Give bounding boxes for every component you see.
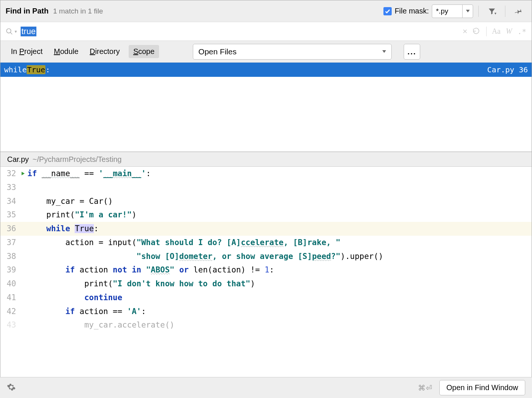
run-gutter <box>18 181 27 195</box>
run-gutter <box>18 263 27 277</box>
code-line: 38 "show [O]dometer, or show average [S]… <box>0 250 532 263</box>
code-line: 40 print("I don't know how to do that") <box>0 277 532 291</box>
run-icon <box>20 171 26 176</box>
scope-dropdown-value: Open Files <box>198 47 382 56</box>
line-number: 39 <box>0 263 18 277</box>
tab-in-project[interactable]: In Project <box>9 46 45 57</box>
dialog-header: Find in Path 1 match in 1 file File mask… <box>0 0 532 22</box>
result-match: True <box>27 65 45 74</box>
tab-directory[interactable]: Directory <box>87 46 122 57</box>
code-line: 37 action = input("What should I do? [A]… <box>0 236 532 250</box>
scope-bar: In Project Module Directory Scope Open F… <box>0 41 532 63</box>
tab-module[interactable]: Module <box>52 46 81 57</box>
regex-toggle[interactable]: .* <box>517 27 526 36</box>
code-content: continue <box>27 291 122 305</box>
line-number: 41 <box>0 291 18 305</box>
filemask-label: File mask: <box>395 7 429 15</box>
code-line: 32if __name__ == '__main__': <box>0 167 532 181</box>
open-in-find-window-button[interactable]: Open in Find Window <box>439 380 525 395</box>
line-number: 42 <box>0 305 18 319</box>
line-number: 36 <box>0 222 18 236</box>
shortcut-hint: ⌘⏎ <box>418 383 433 392</box>
scope-dropdown[interactable]: Open Files <box>193 44 392 60</box>
line-number: 40 <box>0 277 18 291</box>
run-gutter <box>18 195 27 208</box>
gear-icon[interactable] <box>7 383 16 393</box>
code-line: 41 continue <box>0 291 532 305</box>
words-toggle[interactable]: W <box>506 27 512 36</box>
run-gutter[interactable] <box>18 167 27 181</box>
tab-scope[interactable]: Scope <box>129 45 159 58</box>
line-number: 37 <box>0 236 18 250</box>
filter-icon[interactable]: ▾ <box>487 6 497 16</box>
preview-path: ~/PycharmProjects/Testing <box>33 155 122 164</box>
code-preview[interactable]: 32if __name__ == '__main__':3334 my_car … <box>0 167 532 330</box>
run-gutter <box>18 291 27 305</box>
code-line: 39 if action not in "ABOS" or len(action… <box>0 263 532 277</box>
line-number: 38 <box>0 250 18 263</box>
run-gutter <box>18 277 27 291</box>
code-line: 33 <box>0 181 532 195</box>
preview-file: Car.py <box>7 155 29 164</box>
line-number: 32 <box>0 167 18 181</box>
match-case-toggle[interactable]: Aa <box>492 27 500 36</box>
result-suffix: : <box>45 65 50 74</box>
line-number: 43 <box>0 318 18 330</box>
code-content: print("I'm a car!") <box>27 208 137 222</box>
code-content: if action == 'A': <box>27 305 146 319</box>
chevron-down-icon <box>466 10 470 12</box>
search-history-dropdown[interactable]: ▾ <box>15 29 17 34</box>
result-file: Car.py <box>487 65 514 74</box>
filemask-checkbox[interactable] <box>383 7 392 15</box>
line-number: 35 <box>0 208 18 222</box>
code-content: print("I don't know how to do that") <box>27 277 255 291</box>
result-prefix: while <box>4 65 27 74</box>
bottom-bar: ⌘⏎ Open in Find Window <box>0 377 532 398</box>
search-icon[interactable] <box>6 28 13 35</box>
chevron-down-icon <box>382 50 386 53</box>
results-area <box>0 77 532 152</box>
code-content: while True: <box>27 222 99 236</box>
svg-point-0 <box>7 28 11 33</box>
code-content: my_car = Car() <box>27 195 113 208</box>
run-gutter <box>18 318 27 330</box>
search-query: true <box>21 27 36 36</box>
result-line: 36 <box>519 65 528 74</box>
code-line: 35 print("I'm a car!") <box>0 208 532 222</box>
run-gutter <box>18 208 27 222</box>
line-number: 33 <box>0 181 18 195</box>
scope-browse-button[interactable]: ... <box>404 44 420 60</box>
code-line: 43 my_car.accelerate() <box>0 318 532 330</box>
dialog-title: Find in Path <box>6 7 48 15</box>
run-gutter <box>18 250 27 263</box>
run-gutter <box>18 222 27 236</box>
search-result-row[interactable]: while True: Car.py 36 <box>0 63 532 77</box>
filemask-dropdown[interactable]: *.py <box>432 4 473 18</box>
code-content: if action not in "ABOS" or len(action) !… <box>27 263 274 277</box>
filemask-dropdown-button[interactable] <box>462 5 473 18</box>
line-number: 34 <box>0 195 18 208</box>
code-line: 34 my_car = Car() <box>0 195 532 208</box>
code-line: 42 if action == 'A': <box>0 305 532 319</box>
run-gutter <box>18 305 27 319</box>
svg-line-1 <box>11 32 12 34</box>
search-bar: ▾ true × Aa W .* <box>0 22 532 41</box>
match-count: 1 match in 1 file <box>53 7 103 15</box>
code-content: my_car.accelerate() <box>27 318 174 330</box>
code-content: "show [O]dometer, or show average [S]pee… <box>27 250 383 263</box>
pin-icon[interactable] <box>514 6 523 16</box>
run-gutter <box>18 236 27 250</box>
code-content: action = input("What should I do? [A]cce… <box>27 236 340 250</box>
clear-icon[interactable]: × <box>463 27 467 36</box>
filemask-value: *.py <box>432 7 462 15</box>
code-content: if __name__ == '__main__': <box>27 167 151 181</box>
check-icon <box>385 8 391 14</box>
code-line: 36 while True: <box>0 222 532 236</box>
preview-header: Car.py ~/PycharmProjects/Testing <box>0 152 532 167</box>
history-icon[interactable] <box>473 27 481 36</box>
search-input[interactable]: true <box>21 27 463 36</box>
